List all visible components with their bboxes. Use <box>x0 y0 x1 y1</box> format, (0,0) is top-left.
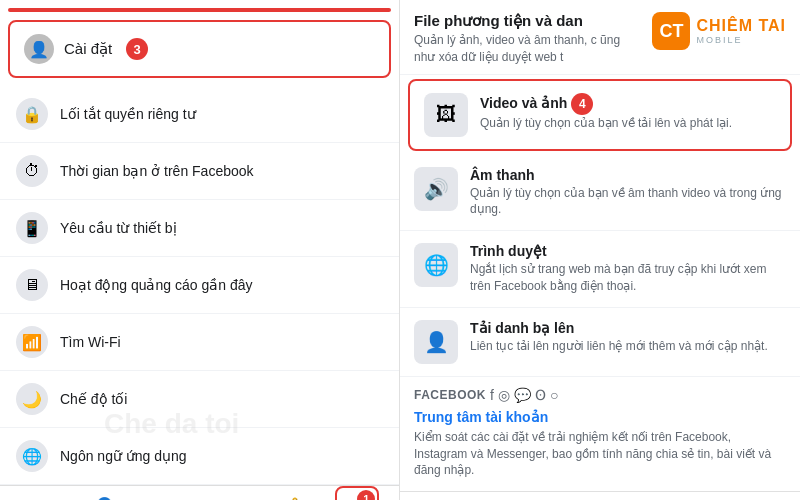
cai-dat-avatar-icon: 👤 <box>24 34 54 64</box>
social-icons: f ◎ 💬 ʘ ○ <box>490 387 558 403</box>
menu-item-label: Thời gian bạn ở trên Facebook <box>60 163 383 179</box>
menu-item-wifi[interactable]: 📶 Tìm Wi-Fi <box>0 314 399 371</box>
video-anh-item[interactable]: 🖼 Video và ảnh 4 Quản lý tùy chọn của bạ… <box>408 79 792 151</box>
am-thanh-content: Âm thanh Quản lý tùy chọn của bạn về âm … <box>470 167 786 219</box>
logo-area: CT CHIÊM TAI MOBILE <box>652 12 786 50</box>
nav-home[interactable]: ⌂ <box>20 486 64 500</box>
video-icon: 🖼 <box>424 93 468 137</box>
facebook-section-header: FACEBOOK f ◎ 💬 ʘ ○ <box>414 387 786 403</box>
messenger-icon: 💬 <box>514 387 531 403</box>
video-anh-badge: 4 <box>571 93 593 115</box>
menu-item-che-do-toi[interactable]: 🌙 Chế độ tối <box>0 371 399 428</box>
nav-favorites[interactable]: ♡ <box>209 486 253 500</box>
facebook-label: FACEBOOK <box>414 388 486 402</box>
right-header: File phương tiện và dan Quản lý ảnh, vid… <box>400 0 800 75</box>
cai-dat-label: Cài đặt <box>64 40 112 58</box>
trinh-duyet-content: Trình duyệt Ngắt lịch sử trang web mà bạ… <box>470 243 786 295</box>
nav-profile[interactable]: 👤 <box>83 486 127 500</box>
nav-menu[interactable]: ☰ 1 <box>335 486 379 500</box>
menu-list: 🔒 Lối tắt quyền riêng tư ⏱ Thời gian bạn… <box>0 86 399 485</box>
settings-section: ⚙️ Cài đặt & quyền riêng tư 2 ∧ <box>8 8 391 12</box>
lock-icon: 🔒 <box>16 98 48 130</box>
menu-item-label: Lối tắt quyền riêng tư <box>60 106 383 122</box>
facebook-link-desc: Kiểm soát các cài đặt về trải nghiệm kết… <box>414 429 786 479</box>
trinh-duyet-title: Trình duyệt <box>470 243 786 259</box>
tai-danh-ba-content: Tải danh bạ lên Liên tục tải lên người l… <box>470 320 786 355</box>
tai-danh-ba-title: Tải danh bạ lên <box>470 320 786 336</box>
video-anh-desc: Quản lý tùy chọn của bạn về tải lên và p… <box>480 115 776 132</box>
ads-icon: 🖥 <box>16 269 48 301</box>
video-anh-title: Video và ảnh <box>480 95 567 111</box>
cai-dat-badge: 3 <box>126 38 148 60</box>
sound-icon: 🔊 <box>414 167 458 211</box>
trinh-duyet-item[interactable]: 🌐 Trình duyệt Ngắt lịch sử trang web mà … <box>400 231 800 308</box>
nav-groups[interactable]: 👥 <box>146 486 190 500</box>
right-panel: File phương tiện và dan Quản lý ảnh, vid… <box>400 0 800 500</box>
right-header-title: File phương tiện và dan <box>414 12 642 30</box>
video-anh-title-row: Video và ảnh 4 <box>480 93 776 115</box>
logo-sub: MOBILE <box>696 35 786 45</box>
phone-icon: 📱 <box>16 212 48 244</box>
am-thanh-item[interactable]: 🔊 Âm thanh Quản lý tùy chọn của bạn về â… <box>400 155 800 232</box>
contacts-icon: 👤 <box>414 320 458 364</box>
menu-item-hoat-dong[interactable]: 🖥 Hoạt động quảng cáo gần đây <box>0 257 399 314</box>
am-thanh-desc: Quản lý tùy chọn của bạn về âm thanh vid… <box>470 185 786 219</box>
legal-section: Pháp lý và chính sách Điều khoản dịch vụ… <box>400 492 800 500</box>
instagram-icon: ◎ <box>498 387 510 403</box>
settings-header[interactable]: ⚙️ Cài đặt & quyền riêng tư 2 ∧ <box>10 10 389 12</box>
menu-item-label: Ngôn ngữ ứng dụng <box>60 448 383 464</box>
menu-item-label: Tìm Wi-Fi <box>60 334 383 350</box>
wifi-icon: 📶 <box>16 326 48 358</box>
timer-icon: ⏱ <box>16 155 48 187</box>
facebook-account-center-link[interactable]: Trung tâm tài khoản <box>414 409 786 425</box>
facebook-icon: f <box>490 387 494 403</box>
menu-item-label: Yêu cầu từ thiết bị <box>60 220 383 236</box>
menu-item-yeu-cau[interactable]: 📱 Yêu cầu từ thiết bị <box>0 200 399 257</box>
logo-icon: CT <box>652 12 690 50</box>
browser-icon: 🌐 <box>414 243 458 287</box>
oculus-icon: ○ <box>550 387 558 403</box>
tai-danh-ba-item[interactable]: 👤 Tải danh bạ lên Liên tục tải lên người… <box>400 308 800 377</box>
trinh-duyet-desc: Ngắt lịch sử trang web mà bạn đã truy cậ… <box>470 261 786 295</box>
moon-icon: 🌙 <box>16 383 48 415</box>
logo-text: CHIÊM TAI MOBILE <box>696 17 786 45</box>
right-header-text: File phương tiện và dan Quản lý ảnh, vid… <box>414 12 642 66</box>
menu-item-loi-tat[interactable]: 🔒 Lối tắt quyền riêng tư <box>0 86 399 143</box>
nav-badge: 1 <box>357 490 375 500</box>
whatsapp-icon: ʘ <box>535 387 546 403</box>
tai-danh-ba-desc: Liên tục tải lên người liên hệ mới thêm … <box>470 338 786 355</box>
nav-notifications[interactable]: 🔔 <box>272 486 316 500</box>
menu-item-label: Hoạt động quảng cáo gần đây <box>60 277 383 293</box>
menu-item-thoi-gian[interactable]: ⏱ Thời gian bạn ở trên Facebook <box>0 143 399 200</box>
menu-item-ngon-ngu[interactable]: 🌐 Ngôn ngữ ứng dụng <box>0 428 399 485</box>
bottom-nav: ⌂ 👤 👥 ♡ 🔔 ☰ 1 <box>0 485 399 500</box>
am-thanh-title: Âm thanh <box>470 167 786 183</box>
cai-dat-item[interactable]: 👤 Cài đặt 3 <box>8 20 391 78</box>
video-anh-content: Video và ảnh 4 Quản lý tùy chọn của bạn … <box>480 93 776 132</box>
right-header-desc: Quản lý ảnh, video và âm thanh, c ũng nh… <box>414 32 642 66</box>
logo-brand: CHIÊM TAI <box>696 17 786 35</box>
facebook-section: FACEBOOK f ◎ 💬 ʘ ○ Trung tâm tài khoản K… <box>400 377 800 492</box>
left-panel: ⚙️ Cài đặt & quyền riêng tư 2 ∧ 👤 Cài đặ… <box>0 0 400 500</box>
menu-item-label: Chế độ tối <box>60 391 383 407</box>
globe-icon: 🌐 <box>16 440 48 472</box>
